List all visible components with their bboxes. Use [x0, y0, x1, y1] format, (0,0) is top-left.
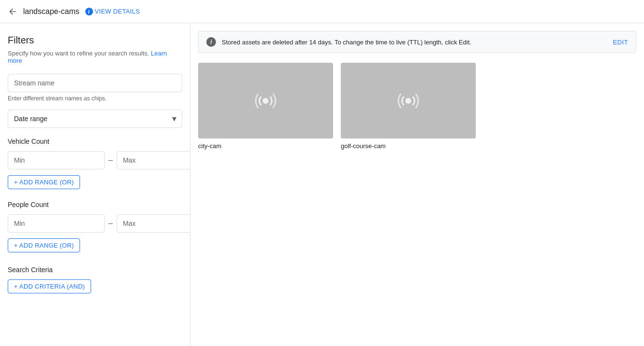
vehicle-add-range-button[interactable]: + ADD RANGE (OR) [8, 175, 80, 189]
filters-title: Filters [8, 35, 182, 46]
add-criteria-button[interactable]: + ADD CRITERIA (AND) [8, 279, 91, 293]
vehicle-count-label: Vehicle Count [8, 138, 182, 145]
info-banner: i Stored assets are deleted after 14 day… [198, 31, 636, 53]
people-count-label: People Count [8, 201, 182, 208]
people-count-range: – [8, 214, 182, 233]
date-range-select[interactable]: Date range Last 7 days Last 30 days Cust… [8, 110, 182, 128]
svg-point-1 [405, 98, 411, 104]
filters-subtitle: Specify how you want to refine your sear… [8, 50, 182, 64]
camera-grid: city-cam golf-course-cam [198, 63, 636, 150]
camera-card-city-cam[interactable]: city-cam [198, 63, 333, 150]
camera-thumbnail-city-cam [198, 63, 333, 138]
people-max-input[interactable] [117, 214, 190, 233]
page-title: landscape-cams [23, 7, 80, 16]
camera-card-golf-course-cam[interactable]: golf-course-cam [341, 63, 476, 150]
main-layout: Filters Specify how you want to refine y… [0, 23, 644, 346]
search-criteria-label: Search Criteria [8, 266, 182, 274]
vehicle-count-range: – [8, 151, 182, 169]
app-header: landscape-cams i VIEW DETAILS [0, 0, 644, 23]
stream-name-hint: Enter different stream names as chips. [8, 95, 182, 102]
people-add-range-button[interactable]: + ADD RANGE (OR) [8, 238, 80, 252]
search-criteria-section: Search Criteria + ADD CRITERIA (AND) [8, 266, 182, 305]
date-range-group: Date range Last 7 days Last 30 days Cust… [8, 110, 182, 128]
back-button[interactable] [8, 7, 17, 16]
range-dash-2: – [108, 219, 113, 228]
info-icon: i [85, 8, 93, 15]
vehicle-max-input[interactable] [117, 151, 190, 169]
camera-thumbnail-golf-course-cam [341, 63, 476, 138]
edit-link[interactable]: EDIT [613, 39, 628, 46]
filters-sidebar: Filters Specify how you want to refine y… [0, 23, 190, 346]
camera-label-golf-course-cam: golf-course-cam [341, 142, 476, 150]
range-dash: – [108, 156, 113, 165]
stream-name-input[interactable] [8, 74, 182, 92]
vehicle-min-input[interactable] [8, 151, 105, 169]
svg-point-0 [263, 98, 268, 104]
info-banner-icon: i [206, 37, 216, 47]
main-content: i Stored assets are deleted after 14 day… [190, 23, 644, 346]
people-min-input[interactable] [8, 214, 105, 233]
view-details-label: VIEW DETAILS [95, 8, 140, 15]
info-banner-text: Stored assets are deleted after 14 days.… [222, 39, 607, 46]
camera-label-city-cam: city-cam [198, 142, 333, 150]
view-details-link[interactable]: i VIEW DETAILS [85, 8, 140, 15]
stream-name-group [8, 74, 182, 92]
